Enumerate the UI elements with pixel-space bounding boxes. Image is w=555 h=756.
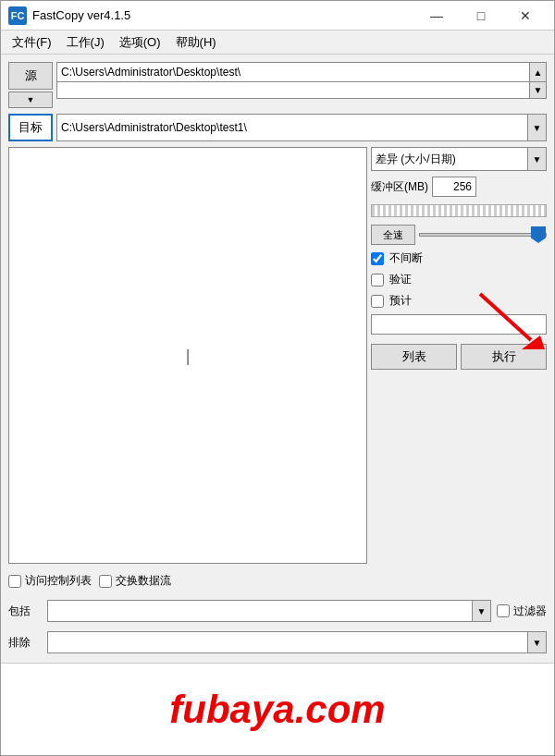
bottom-controls: 访问控制列表 交换数据流 — [8, 569, 547, 592]
target-path-input[interactable] — [57, 115, 527, 140]
close-button[interactable]: ✕ — [504, 1, 547, 30]
mode-dropdown-icon: ▼ — [533, 154, 542, 165]
include-input[interactable] — [48, 601, 472, 621]
acl-label: 访问控制列表 — [25, 573, 92, 589]
target-dropdown-btn[interactable]: ▼ — [527, 115, 546, 140]
source-button[interactable]: 源 — [8, 62, 53, 90]
target-path-group: ▼ — [56, 114, 547, 141]
right-panel: 差异 (大小/日期)全部复制覆盖移动 ▼ 缓冲区(MB) 全速 — [371, 147, 547, 564]
acl-checkbox[interactable] — [8, 575, 21, 588]
progress-bar — [371, 204, 547, 217]
estimate-label: 预计 — [389, 293, 412, 309]
window-title: FastCopy ver4.1.5 — [32, 8, 415, 22]
source-path-group: ▲ ▼ — [56, 62, 547, 108]
continuous-row: 不间断 — [371, 250, 547, 266]
full-speed-button[interactable]: 全速 — [371, 225, 415, 245]
exclude-row: 排除 ▼ — [8, 629, 547, 655]
title-bar: FC FastCopy ver4.1.5 — □ ✕ — [1, 1, 554, 30]
mode-dropdown-btn[interactable]: ▼ — [527, 148, 546, 170]
main-area: | 差异 (大小/日期)全部复制覆盖移动 ▼ 缓冲区(MB) — [8, 147, 547, 564]
exclude-dropdown-btn[interactable]: ▼ — [527, 632, 546, 652]
speed-slider-track — [419, 233, 547, 237]
source-path-bottom: ▼ — [56, 82, 547, 99]
verify-row: 验证 — [371, 272, 547, 287]
include-input-group: ▼ — [47, 600, 491, 622]
window-controls: — □ ✕ — [415, 1, 547, 30]
exclude-input-group: ▼ — [47, 631, 547, 653]
minimize-button[interactable]: — — [415, 1, 458, 30]
red-arrow-icon — [471, 289, 545, 349]
watermark-text: fubaya.com — [169, 688, 385, 732]
action-area: 列表 执行 — [371, 340, 547, 370]
buffer-row: 缓冲区(MB) — [371, 177, 547, 197]
menu-help[interactable]: 帮助(H) — [168, 31, 224, 54]
list-button[interactable]: 列表 — [371, 344, 457, 370]
buffer-input[interactable] — [432, 177, 476, 197]
restore-button[interactable]: □ — [460, 1, 502, 30]
content-area: 源 ▼ ▲ ▼ 目标 ▼ — [1, 55, 554, 663]
watermark-area: fubaya.com — [1, 663, 554, 755]
estimate-checkbox[interactable] — [371, 295, 384, 308]
source-path-input[interactable] — [57, 63, 529, 81]
source-dropdown-btn[interactable]: ▼ — [8, 91, 53, 108]
speed-slider-container — [419, 225, 547, 245]
menu-work[interactable]: 工作(J) — [59, 31, 112, 54]
filter-checkbox[interactable] — [497, 604, 510, 617]
app-icon: FC — [8, 6, 27, 25]
target-button[interactable]: 目标 — [8, 114, 53, 141]
speed-slider-thumb[interactable] — [531, 226, 546, 243]
mode-select-group: 差异 (大小/日期)全部复制覆盖移动 ▼ — [371, 147, 547, 171]
verify-label: 验证 — [389, 272, 412, 287]
include-dropdown-icon: ▼ — [477, 606, 487, 616]
include-label: 包括 — [8, 604, 42, 619]
exclude-dropdown-icon: ▼ — [533, 638, 542, 648]
include-dropdown-btn[interactable]: ▼ — [472, 601, 490, 621]
source-scroll-up[interactable]: ▲ — [529, 63, 546, 81]
mode-select[interactable]: 差异 (大小/日期)全部复制覆盖移动 — [372, 148, 527, 170]
include-row: 包括 ▼ 过滤器 — [8, 598, 547, 624]
source-sub-input[interactable] — [57, 82, 529, 98]
filter-checkbox-label[interactable]: 过滤器 — [497, 604, 547, 619]
buffer-label: 缓冲区(MB) — [371, 179, 428, 195]
speed-row: 全速 — [371, 225, 547, 245]
menu-options[interactable]: 选项(O) — [112, 31, 168, 54]
source-row: 源 ▼ ▲ ▼ — [8, 62, 547, 108]
stream-label: 交换数据流 — [116, 573, 171, 589]
filter-label: 过滤器 — [513, 604, 547, 619]
svg-line-0 — [480, 294, 531, 340]
menu-bar: 文件(F) 工作(J) 选项(O) 帮助(H) — [1, 30, 554, 55]
source-path-top: ▲ — [56, 62, 547, 82]
log-cursor: | — [186, 346, 191, 365]
exclude-input[interactable] — [48, 632, 527, 652]
target-row: 目标 ▼ — [8, 114, 547, 141]
svg-marker-1 — [522, 335, 545, 349]
target-dropdown-icon: ▼ — [533, 123, 542, 133]
exclude-label: 排除 — [8, 635, 42, 651]
log-area[interactable]: | — [8, 147, 367, 564]
source-scroll-down[interactable]: ▼ — [529, 82, 546, 98]
verify-checkbox[interactable] — [371, 274, 384, 287]
main-window: FC FastCopy ver4.1.5 — □ ✕ 文件(F) 工作(J) 选… — [0, 0, 555, 756]
stream-checkbox[interactable] — [99, 575, 112, 588]
menu-file[interactable]: 文件(F) — [5, 31, 59, 54]
stream-checkbox-label[interactable]: 交换数据流 — [99, 573, 171, 589]
continuous-label: 不间断 — [389, 250, 423, 266]
acl-checkbox-label[interactable]: 访问控制列表 — [8, 573, 92, 589]
continuous-checkbox[interactable] — [371, 252, 384, 265]
source-dropdown-icon: ▼ — [27, 95, 35, 104]
